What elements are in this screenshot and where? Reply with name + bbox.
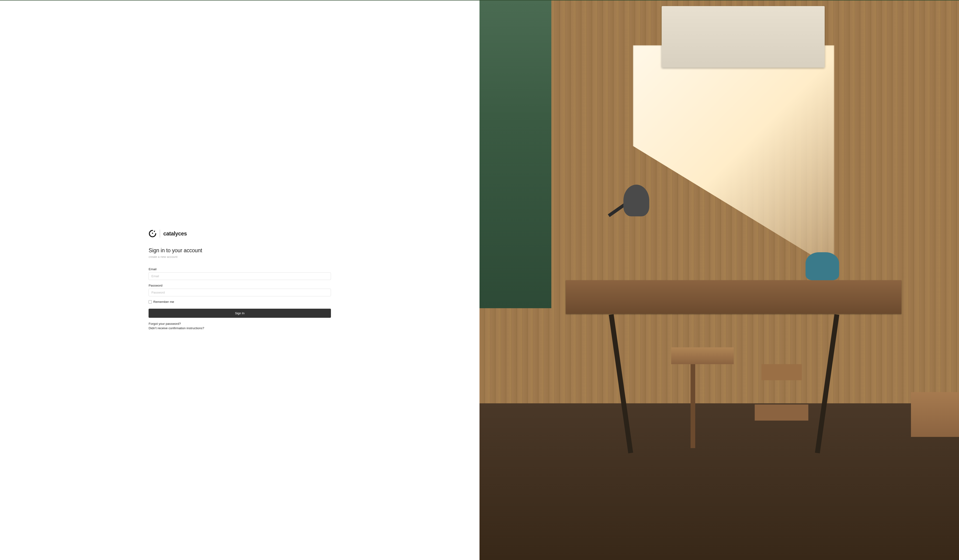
forgot-password-link[interactable]: Forgot your password? (148, 322, 331, 326)
svg-point-0 (152, 233, 153, 234)
remember-me-label[interactable]: Remember me (153, 300, 174, 304)
remember-me-checkbox[interactable] (148, 300, 152, 304)
remember-me-row: Remember me (148, 300, 331, 304)
form-panel: catalyces Sign in to your account create… (0, 0, 480, 560)
resend-confirmation-link[interactable]: Didn't receive confirmation instructions… (148, 326, 331, 330)
email-label: Email (148, 267, 331, 271)
password-label: Password (148, 284, 331, 287)
email-group: Email (148, 267, 331, 280)
hero-image-panel (480, 0, 959, 560)
sign-in-button[interactable]: Sign In (148, 309, 331, 318)
brand-logo: catalyces (148, 230, 331, 237)
password-field[interactable] (148, 289, 331, 296)
catalyces-logo-icon (148, 230, 156, 237)
email-field[interactable] (148, 272, 331, 280)
brand-name: catalyces (163, 231, 187, 237)
page-title: Sign in to your account (148, 247, 331, 254)
page-container: catalyces Sign in to your account create… (0, 0, 959, 560)
password-group: Password (148, 284, 331, 296)
create-account-link[interactable]: create a new account (148, 255, 331, 259)
hero-room-illustration (480, 0, 959, 560)
